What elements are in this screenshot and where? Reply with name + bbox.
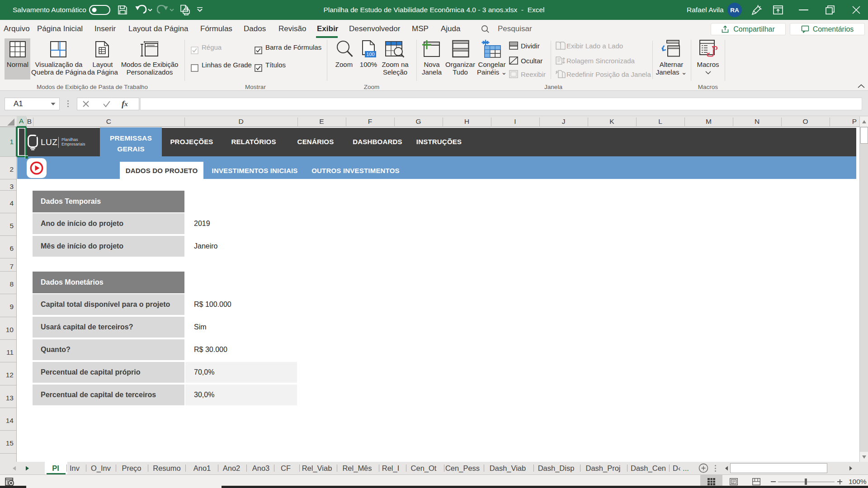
svg-text:Empresariais: Empresariais: [61, 142, 85, 146]
svg-text:Planilhas: Planilhas: [61, 137, 78, 142]
svg-text:LUZ: LUZ: [41, 137, 57, 147]
svg-text:100: 100: [366, 52, 374, 57]
